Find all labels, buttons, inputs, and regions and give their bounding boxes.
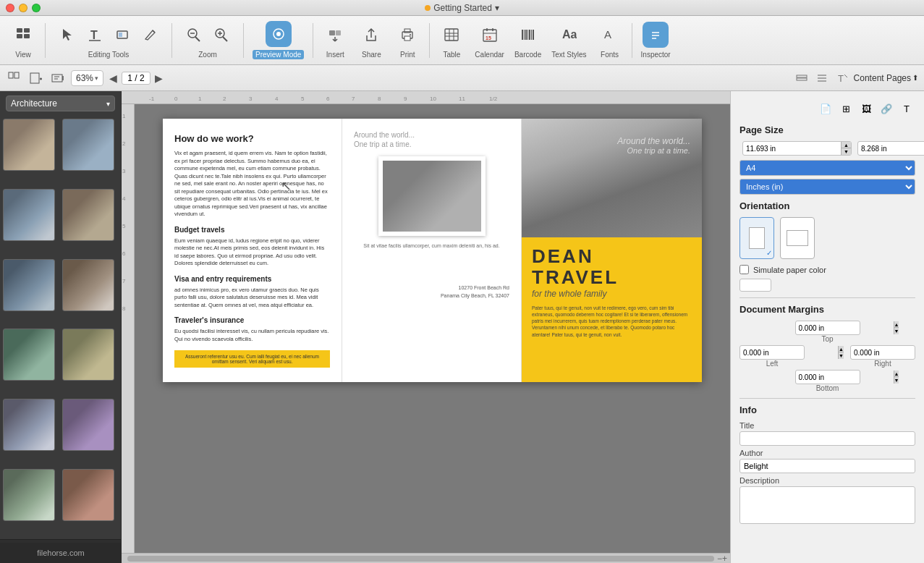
next-page-button[interactable]: ▶	[153, 72, 164, 84]
thumbnail-6[interactable]	[62, 259, 114, 311]
bottom-stepper[interactable]: ▲ ▼	[894, 371, 899, 384]
thumbnail-4[interactable]	[62, 189, 114, 241]
text-tool-button[interactable]: T	[82, 22, 108, 48]
layer-icon-button[interactable]	[793, 69, 810, 87]
settings-button[interactable]	[49, 69, 67, 87]
toolbar-group-view: View	[6, 19, 41, 62]
maximize-button[interactable]	[32, 4, 41, 12]
thumbnail-7[interactable]	[3, 329, 55, 381]
portrait-option[interactable]: ✓	[739, 217, 774, 259]
doc-margins-title: Document Margins	[739, 304, 915, 315]
zoom-plus-icon[interactable]: +	[722, 554, 727, 564]
share-label: Share	[362, 51, 381, 59]
svg-rect-51	[14, 72, 19, 78]
thumbnail-1[interactable]	[3, 119, 55, 171]
zoom-out-button[interactable]	[181, 22, 207, 48]
print-button[interactable]	[394, 22, 420, 48]
paper-size-select[interactable]: A4 Letter A3	[740, 163, 915, 173]
inspector-text-button[interactable]: T	[898, 100, 915, 117]
thumbnail-10[interactable]	[62, 399, 114, 451]
zoom-minus-icon[interactable]: −	[717, 554, 722, 564]
main-toolbar: View T	[0, 16, 924, 65]
table-button[interactable]	[438, 22, 465, 48]
pen-tool-button[interactable]	[137, 22, 163, 48]
svg-rect-18	[329, 30, 335, 35]
architecture-dropdown[interactable]: Architecture ▾	[6, 96, 115, 111]
page-thumb-button[interactable]	[6, 69, 23, 87]
toolbar-group-fonts: A Fonts	[593, 19, 627, 62]
svg-line-15	[223, 37, 227, 41]
title-field-label: Title	[739, 421, 915, 430]
prev-page-button[interactable]: ◀	[108, 72, 119, 84]
how-title: How do we work?	[174, 133, 330, 144]
title-field[interactable]	[739, 431, 915, 446]
canvas-scroll-area[interactable]: ↖ How do we work? Vix et agam praesent, …	[135, 104, 730, 553]
fonts-button[interactable]: A	[597, 22, 623, 48]
arrange-button[interactable]	[813, 69, 831, 87]
thumbnail-9[interactable]	[3, 399, 55, 451]
inspector-link-button[interactable]: 🔗	[878, 100, 895, 117]
barcode-button[interactable]	[515, 22, 541, 48]
simulate-paper-label: Simulate paper color	[753, 266, 826, 274]
minimize-button[interactable]	[19, 4, 27, 12]
page-width-input[interactable]	[743, 143, 841, 154]
svg-rect-0	[17, 28, 22, 33]
footer-text: Assueront referentur usu eu. Cum ialli f…	[180, 354, 324, 364]
thumbnail-8[interactable]	[62, 329, 114, 381]
view-button[interactable]	[10, 22, 36, 48]
paper-size-select-wrap[interactable]: A4 Letter A3	[739, 160, 915, 176]
content-pages-dropdown[interactable]: Content Pages ⬆	[854, 73, 918, 83]
svg-rect-1	[24, 28, 30, 33]
thumbnail-3[interactable]	[3, 189, 55, 241]
cursor-tool-button[interactable]	[54, 22, 80, 48]
bottom-margin-field: ▲ ▼ Bottom	[795, 370, 860, 392]
paper-color-swatch[interactable]	[739, 279, 771, 292]
bottom-margin-input[interactable]	[796, 372, 894, 383]
text-styles-button[interactable]: Aa	[556, 22, 582, 48]
calendar-button[interactable]: 15	[477, 22, 503, 48]
share-button[interactable]	[358, 22, 384, 48]
thumbnail-12[interactable]	[62, 469, 114, 521]
thumbnail-2[interactable]	[62, 119, 114, 171]
body-text-3: ad omnes inimicus pro, ex vero utamur gr…	[174, 287, 330, 310]
units-select[interactable]: Inches (in) Centimeters (cm) Points (pt)	[740, 182, 915, 192]
left-stepper[interactable]: ▲ ▼	[838, 346, 844, 359]
thumbnail-5[interactable]	[3, 259, 55, 311]
inspector-img-button[interactable]: 🖼	[857, 100, 875, 117]
page-input[interactable]	[122, 72, 151, 85]
close-button[interactable]	[6, 4, 14, 12]
svg-point-17	[276, 32, 281, 36]
divider5	[429, 23, 430, 58]
inspector-button[interactable]	[643, 22, 669, 48]
svg-rect-19	[336, 30, 341, 35]
author-field[interactable]	[739, 459, 915, 473]
width-stepper[interactable]: ▲ ▼	[841, 142, 851, 155]
body-text-4: Eu quodsi facilisi interesset vis, cu nu…	[174, 328, 330, 343]
svg-rect-3	[24, 34, 30, 38]
simulate-paper-row: Simulate paper color	[739, 265, 915, 274]
preview-mode-button[interactable]	[266, 21, 292, 47]
left-margin-input[interactable]	[740, 347, 838, 358]
horizontal-scrollbar[interactable]	[127, 556, 714, 562]
text-format-button[interactable]: T	[834, 69, 851, 87]
add-page-button[interactable]	[27, 69, 45, 87]
top-margin-input[interactable]	[796, 323, 894, 334]
description-field[interactable]	[739, 486, 915, 524]
right-margin-input[interactable]	[851, 347, 924, 358]
landscape-option[interactable]	[780, 217, 815, 259]
top-stepper[interactable]: ▲ ▼	[894, 321, 899, 334]
page-height-input[interactable]	[858, 143, 924, 154]
inspector-layout-button[interactable]: ⊞	[837, 100, 855, 117]
units-select-wrap[interactable]: Inches (in) Centimeters (cm) Points (pt)	[739, 179, 915, 195]
inspector-page-button[interactable]: 📄	[817, 100, 834, 117]
toolbar2-left-group: 63% ▾ ◀ ▶	[6, 69, 164, 87]
simulate-paper-checkbox[interactable]	[739, 265, 749, 274]
thumbnail-11[interactable]	[3, 469, 55, 521]
shape-tool-button[interactable]	[109, 22, 135, 48]
zoom-in-button[interactable]	[208, 22, 234, 48]
toolbar-group-text-styles: Aa Text Styles	[547, 19, 590, 62]
insert-button[interactable]	[322, 22, 348, 48]
window-controls[interactable]	[6, 4, 41, 12]
toolbar-group-inspector: Inspector	[637, 19, 675, 62]
svg-rect-59	[797, 75, 807, 77]
